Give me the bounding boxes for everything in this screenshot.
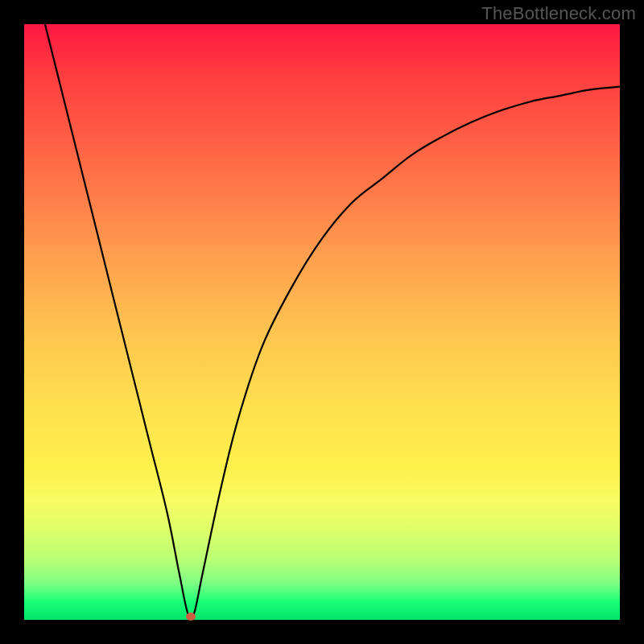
watermark-text: TheBottleneck.com <box>481 3 636 24</box>
vertex-marker <box>186 613 196 621</box>
chart-plot-area <box>24 24 620 620</box>
chart-curve <box>24 24 620 620</box>
